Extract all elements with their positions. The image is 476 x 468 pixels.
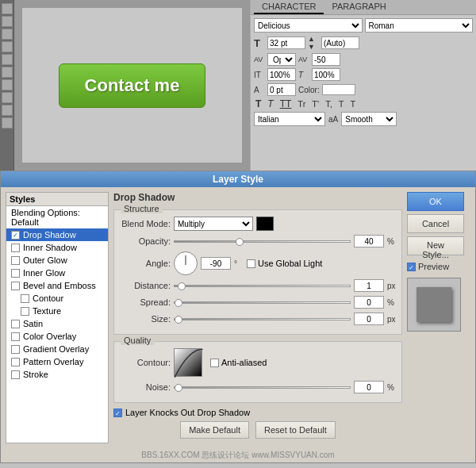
distance-slider[interactable] xyxy=(174,285,351,287)
tool-3[interactable] xyxy=(2,29,13,40)
tt-btn-5[interactable]: T' xyxy=(310,99,321,109)
inner-glow-checkbox[interactable] xyxy=(11,269,20,278)
tracking-input[interactable] xyxy=(312,53,340,66)
contour-checkbox[interactable] xyxy=(21,294,29,303)
style-bevel-emboss[interactable]: Bevel and Emboss xyxy=(6,279,108,292)
style-color-overlay[interactable]: Color Overlay xyxy=(6,330,108,343)
noise-unit: % xyxy=(387,383,397,392)
angle-input[interactable]: -90 xyxy=(201,257,231,270)
preview-inner xyxy=(416,287,451,322)
scale-h-input[interactable] xyxy=(267,68,296,81)
pattern-overlay-checkbox[interactable] xyxy=(11,358,20,366)
noise-slider[interactable] xyxy=(174,386,351,389)
cancel-button[interactable]: Cancel xyxy=(407,214,464,233)
style-pattern-overlay[interactable]: Pattern Overlay xyxy=(6,355,108,368)
stroke-checkbox[interactable] xyxy=(11,370,20,379)
spread-input[interactable]: 0 xyxy=(354,296,384,309)
tool-4[interactable] xyxy=(2,41,13,52)
style-inner-glow[interactable]: Inner Glow xyxy=(6,267,108,279)
language-select[interactable]: Italian xyxy=(254,112,325,126)
style-drop-shadow[interactable]: Drop Shadow xyxy=(6,228,108,241)
tt-btn-3[interactable]: TT xyxy=(278,98,294,109)
blend-color-swatch[interactable] xyxy=(256,217,274,231)
tool-arrow[interactable] xyxy=(2,3,13,14)
noise-input[interactable]: 0 xyxy=(354,381,384,393)
texture-checkbox[interactable] xyxy=(21,307,29,316)
tool-10[interactable] xyxy=(2,117,13,129)
outer-glow-checkbox[interactable] xyxy=(11,256,20,265)
tool-select[interactable] xyxy=(2,16,13,27)
style-texture[interactable]: Texture xyxy=(6,305,108,317)
kerning-select[interactable]: Optical xyxy=(267,53,296,66)
reset-to-default-button[interactable]: Reset to Default xyxy=(255,421,336,439)
font-family-select[interactable]: Delicious xyxy=(254,18,363,33)
global-light-checkbox[interactable] xyxy=(247,259,255,268)
color-swatch[interactable] xyxy=(322,84,355,95)
new-style-button[interactable]: New Style... xyxy=(407,236,464,255)
scale-v-icon: T xyxy=(298,71,309,79)
tool-5[interactable] xyxy=(2,54,13,65)
opacity-slider-thumb[interactable] xyxy=(236,238,244,246)
baseline-input[interactable] xyxy=(267,83,296,96)
styles-panel: Styles Blending Options: Default Drop Sh… xyxy=(6,192,109,443)
tool-7[interactable] xyxy=(2,79,13,90)
layer-knocks-checkbox[interactable]: ✓ xyxy=(113,409,122,417)
tt-btn-4[interactable]: Tr xyxy=(296,99,307,109)
contour-preview[interactable] xyxy=(174,348,202,377)
distance-input[interactable]: 1 xyxy=(354,279,384,292)
size-input[interactable]: 0 xyxy=(354,313,384,325)
tt-btn-8[interactable]: T xyxy=(348,99,357,109)
smooth-select[interactable]: Smooth xyxy=(341,112,397,126)
tool-9[interactable] xyxy=(2,105,13,116)
style-gradient-overlay[interactable]: Gradient Overlay xyxy=(6,343,108,355)
opacity-input[interactable]: 40 xyxy=(354,235,384,247)
drop-shadow-checkbox[interactable] xyxy=(11,231,20,240)
tab-paragraph[interactable]: PARAGRAPH xyxy=(324,0,393,14)
tool-6[interactable] xyxy=(2,67,13,78)
distance-unit: px xyxy=(387,282,397,290)
tt-btn-1[interactable]: T xyxy=(254,98,263,109)
tt-btn-2[interactable]: T xyxy=(266,98,274,109)
leading-input[interactable] xyxy=(321,36,359,49)
contact-button[interactable]: Contact me xyxy=(59,63,206,108)
blend-mode-select[interactable]: Multiply xyxy=(174,217,253,231)
angle-dial[interactable] xyxy=(174,251,198,275)
gradient-overlay-checkbox[interactable] xyxy=(11,345,20,354)
dialog-titlebar: Layer Style xyxy=(1,171,475,187)
tool-8[interactable] xyxy=(2,92,13,103)
tt-btn-7[interactable]: T xyxy=(337,99,346,109)
preview-checkbox[interactable]: ✓ xyxy=(407,263,416,271)
scale-v-input[interactable] xyxy=(312,68,340,81)
tab-character[interactable]: CHARACTER xyxy=(254,0,324,14)
bevel-emboss-checkbox[interactable] xyxy=(11,282,20,290)
anti-aliased-checkbox[interactable] xyxy=(210,359,219,367)
inner-shadow-checkbox[interactable] xyxy=(11,244,20,252)
color-overlay-checkbox[interactable] xyxy=(11,332,20,341)
style-stroke[interactable]: Stroke xyxy=(6,368,108,381)
style-outer-glow[interactable]: Outer Glow xyxy=(6,254,108,267)
distance-slider-thumb[interactable] xyxy=(178,282,186,290)
ok-button[interactable]: OK xyxy=(407,192,464,211)
opacity-label: Opacity: xyxy=(119,236,171,246)
noise-slider-thumb[interactable] xyxy=(175,384,182,392)
spread-slider[interactable] xyxy=(174,301,351,304)
character-panel: CHARACTER PARAGRAPH Delicious Roman T ▲▼ xyxy=(250,0,476,171)
style-satin[interactable]: Satin xyxy=(6,317,108,330)
font-style-select[interactable]: Roman xyxy=(365,18,474,33)
kerning-icon: AV xyxy=(254,56,265,63)
blend-mode-row: Blend Mode: Multiply xyxy=(119,217,397,231)
tt-btn-6[interactable]: T, xyxy=(324,99,334,109)
style-contour[interactable]: Contour xyxy=(6,292,108,305)
make-default-button[interactable]: Make Default xyxy=(180,421,249,439)
size-slider[interactable] xyxy=(174,318,351,320)
spread-slider-thumb[interactable] xyxy=(175,299,182,307)
contour-label: Contour: xyxy=(119,358,171,367)
style-inner-shadow[interactable]: Inner Shadow xyxy=(6,241,108,254)
contour-row: Contour: Anti-aliased xyxy=(119,348,397,377)
noise-slider-container xyxy=(174,386,351,389)
opacity-slider[interactable] xyxy=(174,240,351,243)
satin-checkbox[interactable] xyxy=(11,320,20,328)
font-size-input[interactable] xyxy=(267,36,305,49)
size-slider-thumb[interactable] xyxy=(175,316,182,324)
style-blending-options[interactable]: Blending Options: Default xyxy=(6,206,108,228)
